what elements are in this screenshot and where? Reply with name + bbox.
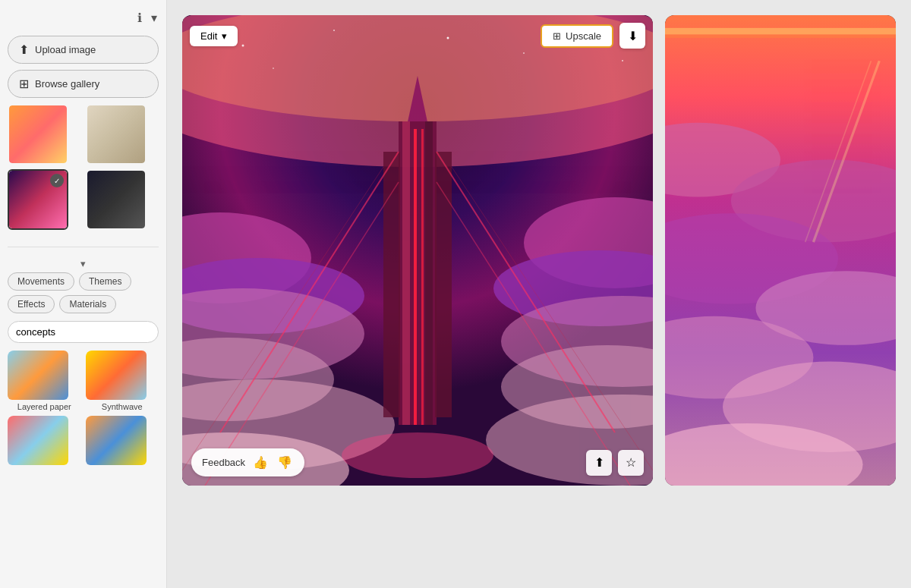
svg-rect-26 [421, 129, 424, 425]
browse-label: Browse gallery [35, 78, 99, 90]
svg-rect-37 [665, 28, 896, 35]
style-synthwave[interactable]: Synthwave [86, 351, 159, 411]
style-search-input[interactable] [8, 321, 159, 343]
style-3[interactable] [8, 416, 81, 467]
gallery-icon: ⊞ [19, 77, 29, 91]
thumbdown-button[interactable]: 👎 [276, 454, 294, 471]
tag-filters: Movements Themes Effects Materials [8, 272, 159, 313]
svg-rect-23 [402, 121, 410, 425]
thumb-statue[interactable] [86, 104, 147, 165]
svg-point-8 [273, 68, 274, 69]
thumb-orange[interactable] [8, 104, 68, 165]
feedback-label: Feedback [202, 457, 245, 468]
sidebar: ℹ ▾ ⬆ Upload image ⊞ Browse gallery ✓ ▾ … [0, 0, 167, 588]
thumb-dark[interactable] [86, 169, 147, 230]
feedback-bar: Feedback 👍 👎 [191, 448, 304, 476]
primary-toolbar-top: Edit ▾ ⊞ Upscale ⬇ [190, 23, 645, 49]
style-layered-paper[interactable]: Layered paper [8, 351, 81, 411]
recent-thumbnails: ✓ [8, 104, 159, 230]
tag-materials[interactable]: Materials [59, 295, 116, 313]
tag-themes[interactable]: Themes [79, 272, 131, 291]
browse-gallery-button[interactable]: ⊞ Browse gallery [8, 70, 159, 98]
style-label-1: Layered paper [8, 402, 81, 411]
share-button[interactable]: ⬆ [586, 450, 612, 476]
main-area: Edit ▾ ⊞ Upscale ⬇ Feedback 👍 [167, 0, 911, 588]
upscale-label: Upscale [566, 30, 601, 42]
sidebar-chevron-button[interactable]: ▾ [150, 9, 159, 27]
upscale-grid-icon: ⊞ [553, 30, 561, 42]
style-4[interactable] [86, 416, 159, 467]
svg-point-9 [622, 60, 623, 61]
svg-rect-24 [425, 121, 433, 425]
sidebar-header: ℹ ▾ [8, 9, 159, 27]
secondary-image-panel [665, 15, 896, 486]
secondary-image [665, 15, 896, 486]
thumbup-button[interactable]: 👍 [251, 454, 270, 471]
primary-toolbar-bottom: Feedback 👍 👎 ⬆ ☆ [191, 448, 644, 476]
tag-effects[interactable]: Effects [8, 295, 55, 313]
star-button[interactable]: ☆ [618, 450, 644, 476]
thumb-space[interactable]: ✓ [8, 169, 68, 230]
svg-rect-28 [435, 152, 452, 417]
info-button[interactable]: ℹ [136, 9, 143, 27]
primary-image [182, 15, 653, 486]
star-icon: ☆ [626, 455, 636, 470]
primary-image-panel: Edit ▾ ⊞ Upscale ⬇ Feedback 👍 [182, 15, 653, 486]
svg-rect-25 [414, 129, 417, 425]
download-icon: ⬇ [628, 29, 638, 43]
bottom-right-buttons: ⬆ ☆ [586, 450, 644, 476]
collapse-button[interactable]: ▾ [8, 255, 159, 272]
style-thumbnails: Layered paper Synthwave [8, 351, 159, 467]
tag-movements[interactable]: Movements [8, 272, 74, 291]
thumbdown-icon: 👎 [277, 455, 292, 470]
upload-label: Upload image [35, 44, 96, 55]
style-label-2: Synthwave [86, 402, 159, 411]
selected-check: ✓ [50, 174, 64, 187]
svg-rect-27 [383, 152, 400, 417]
download-button[interactable]: ⬇ [619, 23, 645, 49]
edit-label: Edit [200, 30, 217, 42]
edit-chevron-icon: ▾ [222, 30, 227, 42]
svg-rect-38 [665, 35, 896, 38]
style-search [8, 321, 159, 343]
svg-point-6 [523, 52, 525, 54]
edit-button[interactable]: Edit ▾ [190, 26, 238, 46]
upscale-button[interactable]: ⊞ Upscale [541, 24, 613, 48]
top-right-buttons: ⊞ Upscale ⬇ [541, 23, 645, 49]
upload-icon: ⬆ [19, 42, 29, 57]
upload-image-button[interactable]: ⬆ Upload image [8, 36, 159, 64]
share-icon: ⬆ [594, 455, 604, 470]
collapse-icon: ▾ [80, 258, 86, 269]
divider-1 [8, 247, 159, 247]
thumbup-icon: 👍 [253, 455, 268, 470]
